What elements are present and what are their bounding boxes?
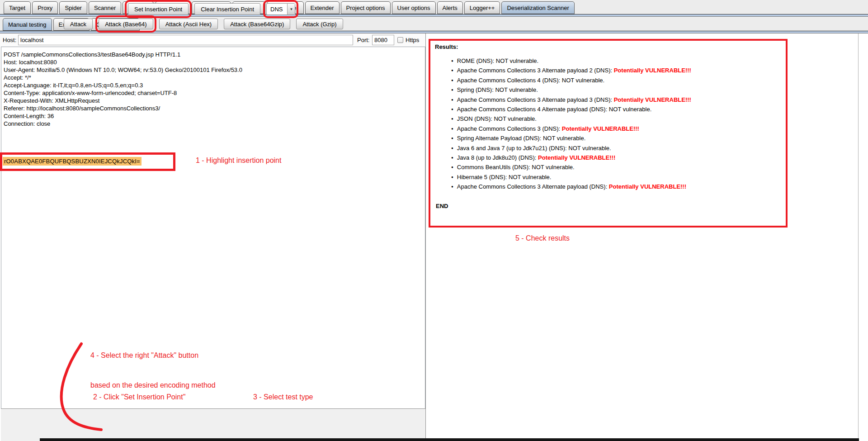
request-line: Content-Length: 36 bbox=[4, 112, 425, 120]
attack-base64gzip-button[interactable]: Attack (Base64Gzip) bbox=[224, 19, 290, 29]
request-line: Host: localhost:8080 bbox=[4, 58, 425, 66]
main-tab-target[interactable]: Target bbox=[4, 1, 31, 14]
panel-divider bbox=[425, 33, 426, 439]
main-tab-scanner[interactable]: Scanner bbox=[89, 1, 121, 14]
window-bottom-edge bbox=[40, 438, 859, 441]
main-tab-proxy[interactable]: Proxy bbox=[32, 1, 58, 14]
request-line: Accept: */* bbox=[4, 74, 425, 81]
test-type-value: DNS bbox=[267, 4, 287, 14]
result-item-label: Hibernate 5 (DNS) bbox=[457, 174, 505, 180]
result-item-label: Apache Commons Collections 4 (DNS) bbox=[457, 77, 559, 84]
result-item-label: JSON (DNS) bbox=[457, 115, 491, 122]
main-tab-user-options[interactable]: User options bbox=[392, 1, 436, 14]
result-item-status: Potentially VULNERABLE!!! bbox=[562, 125, 639, 132]
result-item: Java 6 and Java 7 (up to Jdk7u21) (DNS):… bbox=[451, 143, 781, 153]
result-item-status: Potentially VULNERABLE!!! bbox=[614, 96, 691, 103]
result-item-label: Java 8 (up to Jdk8u20) (DNS) bbox=[457, 154, 535, 161]
result-item-status: NOT vulnerable. bbox=[543, 135, 585, 142]
set-insertion-point-button[interactable]: Set Insertion Point bbox=[128, 3, 189, 15]
host-label: Host: bbox=[3, 37, 16, 43]
window-right-edge bbox=[858, 33, 859, 439]
result-item-status: NOT vulnerable. bbox=[568, 145, 611, 152]
sub-tab-manual-testing[interactable]: Manual testing bbox=[3, 18, 52, 31]
result-item-label: Apache Commons Collections 3 Alternate p… bbox=[457, 183, 606, 190]
request-line: Content-Type: application/x-www-form-url… bbox=[4, 89, 425, 97]
request-line: POST /sampleCommonsCollections3/testBase… bbox=[4, 51, 425, 58]
main-tab-logger[interactable]: Logger++ bbox=[464, 1, 500, 14]
result-item: ROME (DNS): NOT vulnerable. bbox=[451, 56, 781, 66]
attack-button[interactable]: Attack bbox=[64, 19, 93, 29]
result-item-status: Potentially VULNERABLE!!! bbox=[614, 67, 691, 74]
result-item-label: Apache Commons Collections 3 Alternate p… bbox=[457, 67, 611, 74]
insertion-button-row: Set Insertion Point Clear Insertion Poin… bbox=[128, 3, 295, 15]
main-tab-extender[interactable]: Extender bbox=[305, 1, 340, 14]
results-end-label: END bbox=[436, 203, 781, 209]
step5-annotation: 5 - Check results bbox=[515, 233, 570, 243]
result-item-status: Potentially VULNERABLE!!! bbox=[538, 154, 615, 161]
attack-ascii-hex-button[interactable]: Attack (Ascii Hex) bbox=[159, 19, 218, 29]
result-item-status: NOT vulnerable. bbox=[496, 57, 538, 64]
result-item: Spring (DNS): NOT vulnerable. bbox=[451, 85, 781, 95]
step1-red-box bbox=[0, 152, 175, 171]
result-item-label: Spring (DNS) bbox=[457, 86, 492, 93]
result-item-label: Apache Commons Collections 3 Alternate p… bbox=[457, 96, 611, 103]
test-type-dropdown[interactable]: DNS ▼ bbox=[266, 3, 295, 15]
result-item: Apache Commons Collections 3 Alternate p… bbox=[451, 95, 781, 104]
result-item: JSON (DNS): NOT vulnerable. bbox=[451, 114, 781, 123]
request-line: Accept-Language: it-IT,it;q=0.8,en-US;q=… bbox=[4, 81, 425, 89]
port-input[interactable] bbox=[372, 35, 394, 45]
result-item: Commons BeanUtils (DNS): NOT vulnerable. bbox=[451, 162, 781, 172]
step3-annotation: 3 - Select test type bbox=[253, 392, 313, 402]
host-input[interactable] bbox=[18, 35, 353, 45]
attack-gzip-button[interactable]: Attack (Gzip) bbox=[296, 19, 343, 29]
result-item-label: Commons BeanUtils (DNS) bbox=[457, 164, 528, 171]
result-item-status: NOT vulnerable. bbox=[509, 174, 551, 180]
attack-base64-button[interactable]: Attack (Base64) bbox=[99, 19, 153, 29]
port-label: Port: bbox=[357, 37, 369, 43]
result-item-label: Spring Alternate Payload (DNS) bbox=[457, 135, 540, 142]
result-item: Java 8 (up to Jdk8u20) (DNS): Potentiall… bbox=[451, 153, 781, 162]
step4-annotation: 4 - Select the right "Attack" button bas… bbox=[90, 331, 216, 410]
step4-line2: based on the desired encoding method bbox=[90, 380, 216, 390]
result-item-label: Java 6 and Java 7 (up to Jdk7u21) (DNS) bbox=[457, 145, 565, 152]
main-tab-deserialization-scanner[interactable]: Deserialization Scanner bbox=[501, 1, 574, 14]
result-item: Apache Commons Collections 4 Alternate p… bbox=[451, 104, 781, 114]
result-item-status: NOT vulnerable. bbox=[609, 106, 651, 113]
request-line: User-Agent: Mozilla/5.0 (Windows NT 10.0… bbox=[4, 66, 425, 74]
result-item-status: NOT vulnerable. bbox=[532, 164, 574, 171]
results-title: Results: bbox=[435, 43, 781, 50]
result-item: Apache Commons Collections 3 (DNS): Pote… bbox=[451, 124, 781, 133]
result-item-label: ROME (DNS) bbox=[457, 57, 493, 64]
result-item: Apache Commons Collections 4 (DNS): NOT … bbox=[451, 76, 781, 85]
burp-window: TargetProxySpiderScannerIntruderRepeater… bbox=[0, 0, 868, 441]
results-panel[interactable]: Results: ROME (DNS): NOT vulnerable.Apac… bbox=[429, 39, 788, 228]
chevron-down-icon: ▼ bbox=[287, 4, 295, 14]
results-list: ROME (DNS): NOT vulnerable.Apache Common… bbox=[451, 56, 781, 192]
result-item: Spring Alternate Payload (DNS): NOT vuln… bbox=[451, 133, 781, 143]
result-item-status: NOT vulnerable. bbox=[495, 86, 538, 93]
controls-panel bbox=[1, 408, 425, 441]
step4-line1: 4 - Select the right "Attack" button bbox=[90, 351, 216, 360]
attack-button-row: AttackAttack (Base64)Attack (Ascii Hex)A… bbox=[64, 19, 343, 29]
result-item-status: Potentially VULNERABLE!!! bbox=[609, 183, 686, 190]
request-headers: POST /sampleCommonsCollections3/testBase… bbox=[1, 47, 425, 128]
host-row: Host: Port: Https bbox=[0, 33, 425, 47]
https-label: Https bbox=[406, 37, 419, 43]
main-tab-alerts[interactable]: Alerts bbox=[437, 1, 463, 14]
request-line: Referer: http://localhost:8080/sampleCom… bbox=[4, 104, 425, 112]
request-line: X-Requested-With: XMLHttpRequest bbox=[4, 97, 425, 104]
results-content: Results: ROME (DNS): NOT vulnerable.Apac… bbox=[430, 41, 786, 212]
result-item: Hibernate 5 (DNS): NOT vulnerable. bbox=[451, 172, 781, 182]
clear-insertion-point-button[interactable]: Clear Insertion Point bbox=[194, 3, 260, 15]
request-line: Connection: close bbox=[4, 120, 425, 128]
result-item-status: NOT vulnerable. bbox=[562, 77, 604, 84]
main-tab-project-options[interactable]: Project options bbox=[341, 1, 391, 14]
step1-annotation: 1 - Highlight insertion point bbox=[196, 156, 281, 166]
result-item: Apache Commons Collections 3 Alternate p… bbox=[451, 66, 781, 75]
result-item-status: NOT vulnerable. bbox=[494, 115, 536, 122]
https-checkbox[interactable] bbox=[397, 37, 403, 43]
main-tab-spider[interactable]: Spider bbox=[59, 1, 87, 14]
result-item: Apache Commons Collections 3 Alternate p… bbox=[451, 182, 781, 191]
result-item-label: Apache Commons Collections 3 (DNS) bbox=[457, 125, 559, 132]
result-item-label: Apache Commons Collections 4 Alternate p… bbox=[457, 106, 606, 113]
